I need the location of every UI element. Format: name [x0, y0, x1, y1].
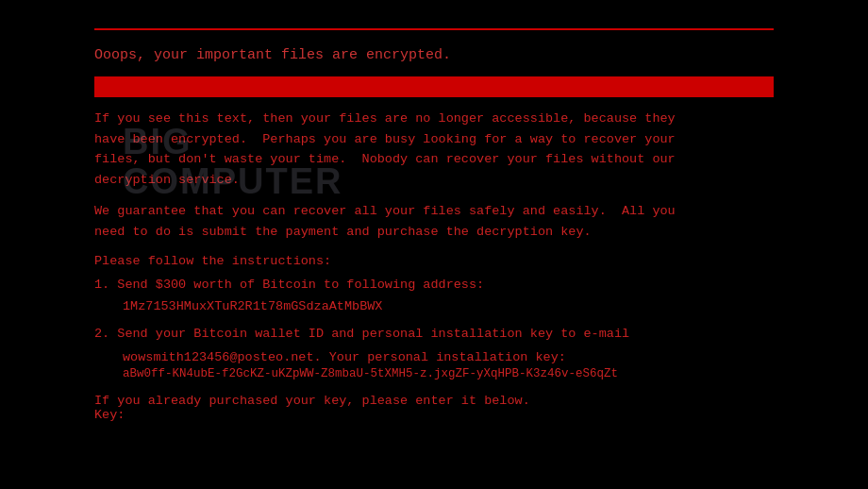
paragraph-1: If you see this text, then your files ar…: [94, 109, 774, 190]
ransomware-screen: BIG COMPUTER Ooops, your important files…: [0, 0, 868, 489]
bitcoin-address: 1Mz7153HMuxXTuR2R1t78mGSdzaAtMbBWX: [123, 299, 774, 313]
red-highlight-bar: [94, 76, 774, 97]
purchased-text: If you already purchased your key, pleas…: [94, 394, 774, 408]
step-2-detail: wowsmith123456@posteo.net. Your personal…: [123, 348, 774, 367]
step-2-label: 2. Send your Bitcoin wallet ID and perso…: [94, 327, 774, 341]
installation-key: aBw0ff-KN4ubE-f2GcKZ-uKZpWW-Z8mbaU-5tXMH…: [123, 367, 774, 380]
instructions-header: Please follow the instructions:: [94, 254, 774, 268]
key-label: Key:: [94, 408, 774, 422]
top-border: [94, 28, 774, 30]
paragraph-2: We guarantee that you can recover all yo…: [94, 201, 774, 242]
main-title: Ooops, your important files are encrypte…: [94, 47, 774, 63]
step-1-label: 1. Send $300 worth of Bitcoin to followi…: [94, 278, 774, 292]
